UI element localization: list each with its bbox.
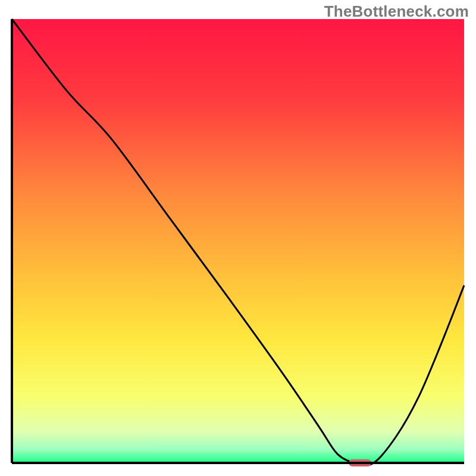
plot-background <box>12 19 464 463</box>
bottleneck-chart <box>0 0 476 476</box>
chart-container: TheBottleneck.com <box>0 0 476 476</box>
